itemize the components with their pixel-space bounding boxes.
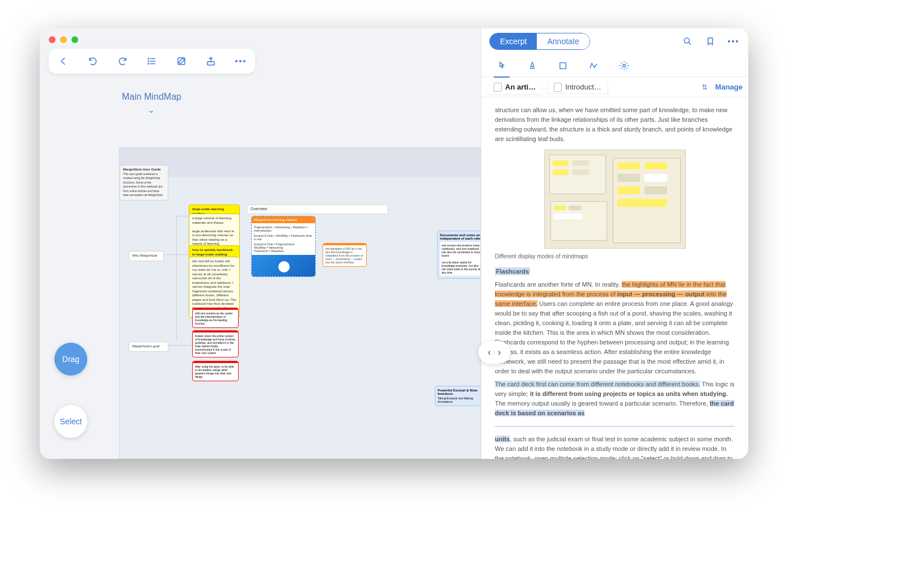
- document-tabs: An arti… Introduct… ⇅ Manage: [481, 77, 748, 97]
- flashcards-heading: Flashcards: [495, 267, 530, 275]
- mode-segment: Excerpt Annotate: [489, 33, 590, 50]
- svg-point-5: [148, 63, 149, 65]
- annotate-tab[interactable]: Annotate: [537, 33, 589, 49]
- settings-gear-icon[interactable]: [617, 59, 631, 73]
- document-body[interactable]: structure can allow us, when we have omi…: [481, 97, 748, 459]
- flashcards-paragraph-1: Flashcards are another forte of MN. In r…: [495, 280, 735, 376]
- drag-mode-button[interactable]: Drag: [54, 343, 87, 376]
- manage-button[interactable]: Manage: [715, 83, 743, 91]
- excerpt-tools: [481, 54, 748, 77]
- search-icon[interactable]: [680, 34, 695, 49]
- svg-point-11: [623, 64, 626, 67]
- tab-article[interactable]: An arti…: [487, 80, 542, 94]
- more-icon[interactable]: [726, 34, 740, 49]
- red-card-1[interactable]: with text content as the carrier and the…: [192, 308, 239, 328]
- more-icon[interactable]: [232, 53, 248, 69]
- red-card-2[interactable]: broken down the entire system of knowled…: [192, 330, 239, 357]
- reader-panel: Excerpt Annotate An arti… Introduct… ⇅ M…: [481, 28, 748, 459]
- share-icon[interactable]: [203, 53, 219, 69]
- reader-topbar: Excerpt Annotate: [481, 28, 748, 54]
- ls-node-body[interactable]: a large volume of learning materials and…: [189, 214, 240, 249]
- pointer-tool-icon[interactable]: [495, 59, 508, 73]
- root-node[interactable]: MarginNote User Guide This user guide no…: [120, 165, 168, 201]
- goal-node[interactable]: MarginNote's goal: [129, 342, 168, 352]
- brain-image: [252, 255, 315, 276]
- minimize-icon[interactable]: [60, 36, 67, 43]
- window-controls: [49, 36, 78, 43]
- app-window: Main MindMap ⌄ Drag Select MarginNote Us…: [40, 28, 748, 459]
- collapse-left-icon[interactable]: ‹: [488, 347, 490, 357]
- red-card-3[interactable]: after using the apps, to be able to let …: [192, 361, 239, 381]
- page-title: Main MindMap: [122, 92, 181, 102]
- sort-icon[interactable]: ⇅: [702, 83, 707, 91]
- powerful-excerpt-card[interactable]: Powerful Excerpt & Note functions Taking…: [435, 386, 481, 406]
- panel-resize-toggle: ‹ · ›: [478, 341, 510, 364]
- doc-icon: [494, 83, 502, 92]
- overview-node[interactable]: Overview: [247, 204, 388, 214]
- flashcards-paragraph-3: units, such as the judicial exam or fina…: [495, 434, 735, 459]
- svg-point-4: [148, 61, 149, 62]
- list-icon[interactable]: [144, 53, 160, 69]
- mindmap-modes-image: [544, 150, 686, 249]
- svg-rect-10: [560, 62, 566, 69]
- redo-icon[interactable]: [115, 53, 130, 69]
- undo-icon[interactable]: [85, 53, 101, 69]
- mindmap-title[interactable]: Main MindMap ⌄: [122, 92, 181, 114]
- page-divider: [495, 426, 735, 427]
- text-highlight-tool-icon[interactable]: [525, 59, 539, 73]
- zoom-icon[interactable]: [71, 36, 78, 43]
- rect-tool-icon[interactable]: [556, 59, 570, 73]
- chevron-down-icon[interactable]: ⌄: [122, 105, 181, 114]
- highlight-callout[interactable]: the highlights of MN lie in the fact tha…: [323, 243, 367, 267]
- bookmark-icon[interactable]: [703, 34, 718, 49]
- collapse-right-icon[interactable]: ›: [498, 347, 501, 357]
- svg-point-8: [684, 38, 689, 43]
- compose-icon[interactable]: [173, 53, 189, 69]
- flashcards-paragraph-2: The card deck first can come from differ…: [495, 380, 735, 418]
- learning-method-card[interactable]: MarginNote learning method Fragmentation…: [251, 216, 316, 277]
- select-mode-button[interactable]: Select: [54, 405, 87, 438]
- image-caption: Different display modes of mindmaps: [495, 252, 735, 261]
- svg-point-3: [148, 58, 149, 59]
- svg-line-9: [689, 42, 691, 45]
- main-toolbar: [49, 49, 255, 74]
- why-node[interactable]: Why MarginNote: [129, 251, 164, 261]
- intro-paragraph: structure can allow us, when we have omi…: [495, 105, 735, 144]
- mindmap-canvas[interactable]: MarginNote User Guide This user guide no…: [119, 147, 481, 459]
- back-icon[interactable]: [56, 53, 71, 69]
- tab-introduction[interactable]: Introduct…: [547, 80, 608, 94]
- doc-icon: [554, 83, 562, 92]
- close-icon[interactable]: [49, 36, 56, 43]
- documents-card[interactable]: Documents and notes are independent of e…: [437, 231, 481, 279]
- excerpt-tab[interactable]: Excerpt: [490, 33, 537, 49]
- lasso-tool-icon[interactable]: [587, 59, 600, 73]
